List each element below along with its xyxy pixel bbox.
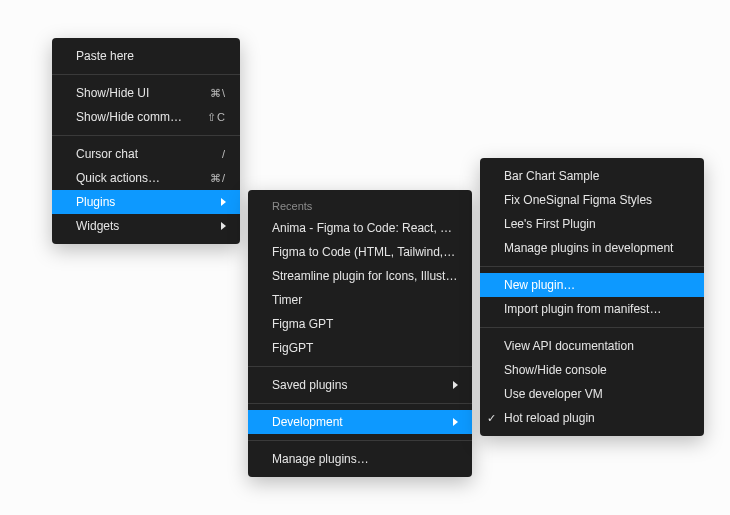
plugins-submenu: Recents Anima - Figma to Code: React, HT… (248, 190, 472, 477)
menu-item-saved-plugins[interactable]: Saved plugins (248, 373, 472, 397)
checkmark-icon: ✓ (487, 413, 496, 424)
menu-divider (248, 440, 472, 441)
menu-item-plugins[interactable]: Plugins (52, 190, 240, 214)
menu-item-label: Cursor chat (76, 147, 198, 161)
chevron-right-icon (453, 381, 458, 389)
shortcut-label: ⇧C (207, 111, 226, 124)
menu-item-label: Show/Hide comments (76, 110, 183, 124)
menu-item-label: FigGPT (272, 341, 458, 355)
menu-item-paste-here[interactable]: Paste here (52, 44, 240, 68)
shortcut-label: ⌘\ (210, 87, 226, 100)
menu-item-label: Paste here (76, 49, 226, 63)
menu-item-show-hide-console[interactable]: Show/Hide console (480, 358, 704, 382)
menu-item-dev-plugin[interactable]: Lee's First Plugin (480, 212, 704, 236)
menu-item-label: Development (272, 415, 433, 429)
menu-item-cursor-chat[interactable]: Cursor chat / (52, 142, 240, 166)
menu-item-label: Plugins (76, 195, 201, 209)
chevron-right-icon (221, 222, 226, 230)
menu-item-recent-plugin[interactable]: Anima - Figma to Code: React, HTM… (248, 216, 472, 240)
menu-item-label: Manage plugins… (272, 452, 458, 466)
menu-item-label: Lee's First Plugin (504, 217, 690, 231)
menu-item-label: Show/Hide UI (76, 86, 186, 100)
menu-divider (480, 266, 704, 267)
menu-item-use-developer-vm[interactable]: Use developer VM (480, 382, 704, 406)
menu-item-label: Anima - Figma to Code: React, HTM… (272, 221, 458, 235)
menu-item-import-manifest[interactable]: Import plugin from manifest… (480, 297, 704, 321)
menu-item-recent-plugin[interactable]: Figma GPT (248, 312, 472, 336)
menu-item-label: Figma GPT (272, 317, 458, 331)
menu-item-label: Streamline plugin for Icons, Illustratio… (272, 269, 458, 283)
menu-item-label: View API documentation (504, 339, 690, 353)
menu-divider (480, 327, 704, 328)
chevron-right-icon (221, 198, 226, 206)
menu-item-dev-plugin[interactable]: Fix OneSignal Figma Styles (480, 188, 704, 212)
menu-item-manage-dev-plugins[interactable]: Manage plugins in development (480, 236, 704, 260)
menu-item-label: Widgets (76, 219, 201, 233)
menu-item-label: Quick actions… (76, 171, 186, 185)
menu-item-recent-plugin[interactable]: Streamline plugin for Icons, Illustratio… (248, 264, 472, 288)
menu-divider (52, 135, 240, 136)
menu-item-label: Import plugin from manifest… (504, 302, 690, 316)
menu-item-label: Figma to Code (HTML, Tailwind, Flutt… (272, 245, 458, 259)
menu-divider (52, 74, 240, 75)
menu-item-view-api-docs[interactable]: View API documentation (480, 334, 704, 358)
menu-item-label: Fix OneSignal Figma Styles (504, 193, 690, 207)
menu-item-show-hide-ui[interactable]: Show/Hide UI ⌘\ (52, 81, 240, 105)
menu-item-hot-reload[interactable]: ✓ Hot reload plugin (480, 406, 704, 430)
shortcut-label: ⌘/ (210, 172, 226, 185)
menu-item-label: Hot reload plugin (504, 411, 690, 425)
menu-item-development[interactable]: Development (248, 410, 472, 434)
menu-item-label: Timer (272, 293, 458, 307)
development-submenu: Bar Chart Sample Fix OneSignal Figma Sty… (480, 158, 704, 436)
menu-item-label: Saved plugins (272, 378, 433, 392)
menu-item-widgets[interactable]: Widgets (52, 214, 240, 238)
menu-item-manage-plugins[interactable]: Manage plugins… (248, 447, 472, 471)
context-menu-root: Paste here Show/Hide UI ⌘\ Show/Hide com… (52, 38, 240, 244)
menu-item-dev-plugin[interactable]: Bar Chart Sample (480, 164, 704, 188)
menu-divider (248, 366, 472, 367)
menu-item-show-hide-comments[interactable]: Show/Hide comments ⇧C (52, 105, 240, 129)
menu-item-label: Bar Chart Sample (504, 169, 690, 183)
menu-item-label: New plugin… (504, 278, 690, 292)
menu-section-header: Recents (248, 196, 472, 216)
menu-item-new-plugin[interactable]: New plugin… (480, 273, 704, 297)
menu-item-label: Show/Hide console (504, 363, 690, 377)
menu-divider (248, 403, 472, 404)
menu-item-recent-plugin[interactable]: Figma to Code (HTML, Tailwind, Flutt… (248, 240, 472, 264)
chevron-right-icon (453, 418, 458, 426)
menu-item-label: Manage plugins in development (504, 241, 690, 255)
menu-item-recent-plugin[interactable]: FigGPT (248, 336, 472, 360)
menu-item-recent-plugin[interactable]: Timer (248, 288, 472, 312)
menu-item-label: Use developer VM (504, 387, 690, 401)
shortcut-label: / (222, 148, 226, 160)
menu-item-quick-actions[interactable]: Quick actions… ⌘/ (52, 166, 240, 190)
